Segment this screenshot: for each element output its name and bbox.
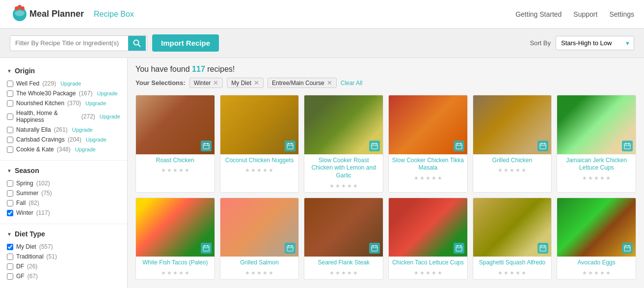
- origin-item-1[interactable]: The Whole30 Package (167) Upgrade: [7, 88, 120, 98]
- season-checkbox-2[interactable]: [7, 200, 13, 206]
- origin-checkbox-4[interactable]: [7, 127, 13, 133]
- search-button[interactable]: [128, 36, 146, 51]
- recipe-card-3[interactable]: Slow Cooker Chicken Tikka Masala ★★★★★: [388, 95, 468, 193]
- add-to-calendar-8[interactable]: [369, 243, 380, 254]
- origin-item-5[interactable]: Carlsbad Cravings (204) Upgrade: [7, 135, 120, 144]
- star-1-1: ★: [251, 167, 256, 173]
- season-item-1[interactable]: Summer (75): [7, 188, 120, 198]
- origin-checkbox-6[interactable]: [7, 146, 13, 153]
- remove-entree[interactable]: ✕: [327, 79, 332, 86]
- add-to-calendar-11[interactable]: [622, 243, 633, 254]
- svg-point-1: [15, 10, 25, 16]
- getting-started-link[interactable]: Getting Started: [515, 10, 562, 18]
- recipe-card-0[interactable]: Roast Chicken ★★★★★: [135, 95, 215, 193]
- season-item-2[interactable]: Fall (82): [7, 198, 120, 208]
- origin-checkbox-1[interactable]: [7, 90, 13, 97]
- content-area: You have found 117 recipes! Your Selecti…: [128, 58, 644, 288]
- settings-link[interactable]: Settings: [609, 10, 634, 18]
- add-to-calendar-5[interactable]: [622, 141, 633, 151]
- star-8-3: ★: [347, 270, 352, 276]
- recipe-card-9[interactable]: Chicken Taco Lettuce Cups ★★★★★: [388, 198, 468, 280]
- recipe-card-7[interactable]: Grilled Salmon ★★★★★: [220, 198, 299, 280]
- diet-checkbox-3[interactable]: [7, 273, 13, 280]
- origin-item-0[interactable]: Well Fed (229) Upgrade: [7, 79, 120, 88]
- star-8-0: ★: [329, 270, 334, 276]
- season-checkbox-1[interactable]: [7, 190, 13, 197]
- diet-item-0[interactable]: My Diet (557): [7, 242, 120, 252]
- origin-item-upgrade-3[interactable]: Upgrade: [100, 114, 120, 119]
- season-section-header[interactable]: ▼ Season: [0, 163, 127, 178]
- origin-item-3[interactable]: Health, Home & Happiness (272) Upgrade: [7, 108, 120, 125]
- recipe-card-2[interactable]: Slow Cooker Roast Chicken with Lemon and…: [304, 95, 383, 193]
- recipe-card-6[interactable]: White Fish Tacos (Paleo) ★★★★★: [135, 198, 215, 280]
- origin-item-upgrade-6[interactable]: Upgrade: [75, 146, 96, 152]
- star-7-1: ★: [251, 270, 256, 276]
- recipe-card-5[interactable]: Jamaican Jerk Chicken Lettuce Cups ★★★★★: [557, 95, 636, 193]
- origin-item-label-2: Nourished Kitchen: [16, 100, 64, 107]
- diet-checkbox-0[interactable]: [7, 244, 13, 250]
- origin-section-header[interactable]: ▼ Origin: [0, 63, 127, 79]
- origin-checkbox-0[interactable]: [7, 81, 13, 87]
- diet-checkbox-1[interactable]: [7, 254, 13, 260]
- origin-item-4[interactable]: Naturally Ella (261) Upgrade: [7, 125, 120, 135]
- season-item-label-1: Summer: [16, 190, 38, 197]
- star-3-0: ★: [414, 175, 419, 181]
- add-to-calendar-2[interactable]: [369, 141, 380, 151]
- remove-mydiet[interactable]: ✕: [254, 79, 259, 86]
- search-input[interactable]: [10, 36, 128, 50]
- recipe-box-link[interactable]: Recipe Box: [94, 10, 134, 19]
- origin-checkbox-5[interactable]: [7, 137, 13, 143]
- origin-item-upgrade-0[interactable]: Upgrade: [60, 81, 81, 86]
- sort-select[interactable]: Stars-High to Low Stars-Low to High Newe…: [556, 36, 634, 50]
- add-to-calendar-3[interactable]: [454, 141, 464, 151]
- add-to-calendar-0[interactable]: [201, 141, 212, 151]
- recipe-stars-5: ★★★★★: [557, 173, 636, 184]
- season-checkbox-3[interactable]: [7, 210, 13, 216]
- origin-checkbox-3[interactable]: [7, 114, 13, 120]
- diet-item-1[interactable]: Traditional (51): [7, 252, 120, 261]
- recipe-stars-2: ★★★★★: [304, 181, 383, 192]
- season-item-3[interactable]: Winter (117): [7, 208, 120, 218]
- nav-right: Getting Started Support Settings: [515, 10, 634, 18]
- recipe-card-1[interactable]: Coconut Chicken Nuggets ★★★★★: [220, 95, 299, 193]
- diet-item-3[interactable]: GF (67): [7, 271, 120, 281]
- star-3-4: ★: [437, 175, 442, 181]
- origin-item-upgrade-5[interactable]: Upgrade: [86, 137, 107, 143]
- add-to-calendar-9[interactable]: [454, 243, 464, 254]
- add-to-calendar-10[interactable]: [537, 243, 548, 254]
- recipe-card-4[interactable]: Grilled Chicken ★★★★★: [473, 95, 552, 193]
- add-to-calendar-7[interactable]: [285, 243, 295, 254]
- diet-section-header[interactable]: ▼ Diet Type: [0, 226, 127, 242]
- add-to-calendar-6[interactable]: [201, 243, 212, 254]
- diet-checkbox-2[interactable]: [7, 263, 13, 270]
- season-item-0[interactable]: Spring (102): [7, 178, 120, 188]
- import-recipe-button[interactable]: Import Recipe: [152, 34, 219, 52]
- add-to-calendar-1[interactable]: [285, 141, 295, 151]
- origin-checkbox-2[interactable]: [7, 100, 13, 107]
- origin-item-upgrade-1[interactable]: Upgrade: [97, 90, 117, 96]
- add-to-calendar-4[interactable]: [537, 141, 548, 151]
- origin-item-6[interactable]: Cookie & Kate (348) Upgrade: [7, 144, 120, 154]
- recipe-image-4: [473, 95, 552, 154]
- recipe-stars-4: ★★★★★: [473, 166, 552, 176]
- season-checkbox-0[interactable]: [7, 180, 13, 187]
- search-icon: [133, 39, 141, 47]
- recipe-card-11[interactable]: Avocado Eggs ★★★★★: [557, 198, 636, 280]
- selection-entree: Entree/Main Course ✕: [268, 78, 337, 88]
- support-link[interactable]: Support: [573, 10, 597, 18]
- origin-item-2[interactable]: Nourished Kitchen (370) Upgrade: [7, 98, 120, 108]
- diet-item-label-1: Traditional: [16, 253, 44, 260]
- recipe-stars-11: ★★★★★: [557, 268, 636, 279]
- star-10-1: ★: [504, 270, 509, 276]
- recipe-name-0: Roast Chicken: [136, 154, 215, 166]
- origin-item-upgrade-2[interactable]: Upgrade: [85, 100, 106, 106]
- diet-item-2[interactable]: DF (26): [7, 261, 120, 271]
- remove-winter[interactable]: ✕: [213, 79, 218, 86]
- recipe-card-8[interactable]: Seared Flank Steak ★★★★★: [304, 198, 383, 280]
- clear-all-link[interactable]: Clear All: [341, 80, 363, 86]
- recipe-card-10[interactable]: Spaghetti Squash Alfredo ★★★★★: [473, 198, 552, 280]
- star-2-2: ★: [341, 183, 346, 189]
- star-9-4: ★: [437, 270, 442, 276]
- star-11-1: ★: [588, 270, 593, 276]
- origin-item-upgrade-4[interactable]: Upgrade: [72, 127, 93, 133]
